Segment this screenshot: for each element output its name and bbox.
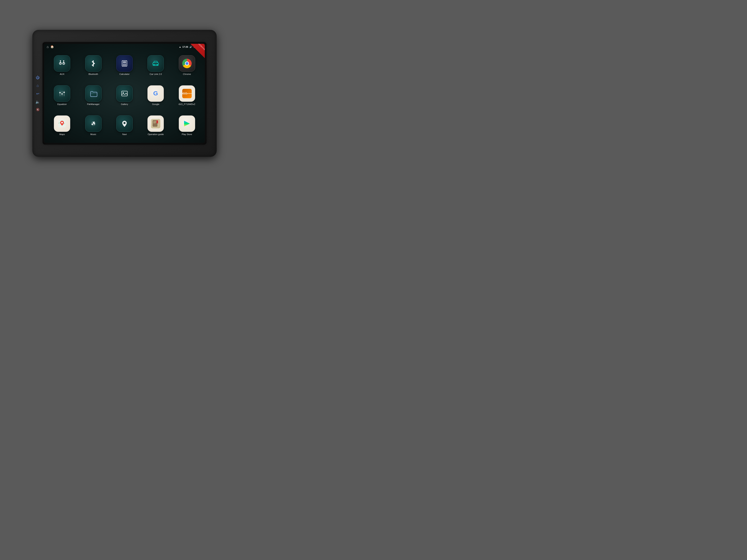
volume-down-button[interactable]: 🔇 [36, 108, 40, 111]
app-calculator[interactable]: Calculator [110, 51, 139, 79]
app-google[interactable]: G Google [141, 81, 170, 109]
app-grid: AUX Bluetooth [44, 50, 205, 143]
equalizer-label: Equalizer [57, 103, 67, 105]
calculator-icon [116, 55, 133, 72]
app-maps[interactable]: Maps [48, 111, 77, 140]
car-head-unit: ⏻ ⌂ ↩ 🔈 🔇 REMOVE ⌂ 🏠 ▲ 17:26 🔊 [32, 30, 217, 157]
equalizer-icon [54, 85, 70, 102]
music-icon [85, 115, 102, 132]
svg-rect-22 [61, 94, 63, 95]
app-navi[interactable]: Navi [110, 111, 139, 140]
igo-label: iGO_P719WDv2 [179, 103, 195, 105]
home-button[interactable]: ⌂ [37, 83, 39, 88]
remove-label: REMOVE [198, 44, 205, 51]
home-filled-icon[interactable]: 🏠 [50, 45, 54, 49]
svg-rect-36 [153, 121, 157, 122]
opguide-label: Operation guide [148, 133, 163, 135]
svg-rect-38 [153, 123, 156, 123]
gallery-label: Gallery [121, 103, 128, 105]
svg-rect-10 [125, 64, 126, 64]
status-bar: ⌂ 🏠 ▲ 17:26 🔊 18 ▭ ↩ [44, 44, 205, 50]
chrome-icon [179, 55, 195, 72]
igo-icon: iGO primo [179, 85, 195, 102]
app-equalizer[interactable]: Equalizer [48, 81, 77, 109]
svg-point-28 [61, 122, 63, 124]
chrome-logo [182, 59, 192, 68]
app-carlink[interactable]: Car Link 2.0 [141, 51, 170, 79]
home-outline-icon[interactable]: ⌂ [47, 45, 49, 49]
navi-icon [116, 115, 133, 132]
playstore-icon [179, 115, 195, 132]
carlink-icon [148, 55, 164, 72]
svg-rect-21 [59, 92, 61, 93]
app-music[interactable]: Music [79, 111, 108, 140]
svg-point-4 [60, 60, 61, 61]
app-filemanager[interactable]: FileManager [79, 81, 108, 109]
svg-rect-8 [123, 64, 124, 64]
volume-icon: 🔊 [189, 46, 192, 48]
playstore-label: Play Store [182, 133, 192, 135]
carlink-label: Car Link 2.0 [150, 73, 162, 75]
music-label: Music [90, 133, 96, 135]
bluetooth-label: Bluetooth [88, 73, 98, 75]
nav-icons: ⌂ 🏠 [47, 45, 54, 49]
volume-up-button[interactable]: 🔈 [35, 100, 40, 104]
screen-bezel: REMOVE ⌂ 🏠 ▲ 17:26 🔊 18 ▭ ↩ [43, 42, 206, 144]
navi-label: Navi [122, 133, 127, 135]
svg-text:G: G [153, 90, 158, 97]
calculator-label: Calculator [120, 73, 130, 75]
svg-rect-23 [63, 92, 65, 93]
app-playstore[interactable]: Play Store [173, 111, 202, 140]
svg-point-15 [153, 64, 155, 65]
filemanager-icon [85, 85, 102, 102]
app-gallery[interactable]: Gallery [110, 81, 139, 109]
google-icon: G [148, 85, 164, 102]
side-button-panel: ⏻ ⌂ ↩ 🔈 🔇 [35, 76, 40, 111]
svg-point-5 [63, 60, 64, 61]
chrome-label: Chrome [183, 73, 191, 75]
bluetooth-icon [85, 55, 102, 72]
app-chrome[interactable]: Chrome [173, 51, 202, 79]
app-aux[interactable]: AUX [48, 51, 77, 79]
gallery-icon [116, 85, 133, 102]
time-display: 17:26 [182, 46, 188, 48]
google-label: Google [152, 103, 159, 105]
power-button[interactable]: ⏻ [36, 76, 40, 80]
svg-rect-37 [153, 122, 157, 123]
aux-icon [54, 55, 70, 72]
opguide-logo [151, 119, 160, 128]
main-screen: REMOVE ⌂ 🏠 ▲ 17:26 🔊 18 ▭ ↩ [44, 44, 205, 143]
svg-point-25 [123, 92, 124, 93]
svg-rect-13 [125, 65, 126, 66]
maps-icon [54, 115, 70, 132]
svg-rect-9 [124, 64, 125, 64]
igo-logo: iGO primo [182, 89, 192, 98]
svg-rect-12 [124, 65, 125, 66]
wifi-icon: ▲ [179, 46, 181, 48]
svg-rect-11 [123, 65, 124, 66]
svg-point-34 [124, 122, 126, 124]
maps-label: Maps [59, 133, 65, 135]
svg-rect-7 [123, 61, 126, 63]
chrome-inner-circle [185, 61, 189, 65]
filemanager-label: FileManager [87, 103, 100, 105]
aux-label: AUX [60, 73, 65, 75]
back-button[interactable]: ↩ [36, 91, 39, 96]
app-opguide[interactable]: Operation guide [141, 111, 170, 140]
app-igo[interactable]: iGO primo iGO_P719WDv2 [173, 81, 202, 109]
opguide-icon [148, 115, 164, 132]
app-bluetooth[interactable]: Bluetooth [79, 51, 108, 79]
svg-point-16 [157, 64, 158, 65]
